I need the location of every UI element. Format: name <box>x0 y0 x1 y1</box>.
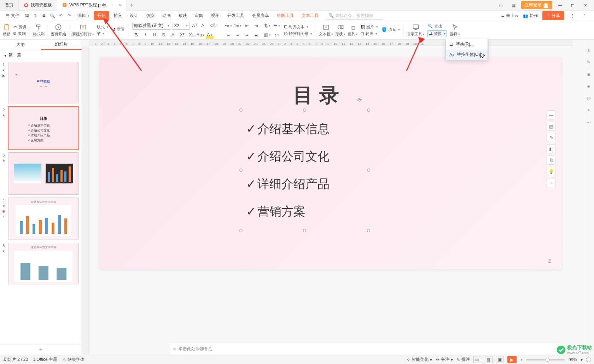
reset-button[interactable]: ↺重置 <box>112 27 125 32</box>
rotate-handle-icon[interactable]: ⟳ <box>357 97 368 103</box>
menu-draw-tools[interactable]: 绘图工具 <box>273 11 297 20</box>
rail-anim-icon[interactable]: ✧ <box>585 107 592 114</box>
paste-button[interactable]: 粘贴 <box>2 24 11 37</box>
menu-design[interactable]: 设计 <box>126 11 142 20</box>
ft-copy-icon[interactable]: ⧉ <box>547 155 556 165</box>
decrease-font-icon[interactable]: A⁻ <box>200 22 208 30</box>
indent-dec-button[interactable]: ⇤ <box>243 22 251 30</box>
para-spacing-button[interactable]: ↕▾ <box>273 31 280 39</box>
qa-save-icon[interactable]: 🖫 <box>24 13 30 19</box>
ft-idea-icon[interactable]: 💡 <box>547 167 556 176</box>
increase-font-icon[interactable]: A⁺ <box>191 22 199 30</box>
picture-button[interactable]: 🖼图片▾ <box>361 24 378 30</box>
rail-template-icon[interactable]: ▣ <box>585 71 592 78</box>
zoom-slider[interactable] <box>526 359 565 360</box>
zoom-dropdown-icon[interactable]: ▾ <box>581 357 583 362</box>
italic-button[interactable]: I <box>141 31 149 39</box>
view-sorter-icon[interactable]: ▦ <box>485 357 493 363</box>
status-beautify[interactable]: ✧智能美化 ▾ <box>407 357 432 363</box>
window-restore-icon[interactable]: ◻ <box>568 2 578 9</box>
clear-format-icon[interactable]: ⌫ <box>209 22 217 30</box>
change-case-button[interactable]: Aa▾ <box>197 31 204 39</box>
fill-button[interactable]: 🪣填充▾ <box>382 27 400 32</box>
thumbnail-5[interactable]: 这是具体的文字内容 <box>8 243 78 285</box>
underline-button[interactable]: U <box>151 31 158 39</box>
side-tab-outline[interactable]: 大纲 <box>0 40 41 50</box>
menu-text-tools[interactable]: 文本工具 <box>298 11 322 20</box>
align-justify-button[interactable]: ≣ <box>252 31 260 39</box>
ft-collapse-icon[interactable]: — <box>547 110 556 119</box>
select-button[interactable]: 选择▾ <box>449 24 461 37</box>
ft-more-icon[interactable]: ⋯ <box>547 178 556 187</box>
cut-button[interactable]: ✂剪切 <box>13 24 26 30</box>
format-painter-button[interactable]: 格式刷 <box>32 24 45 37</box>
from-current-button[interactable]: 当页开始 <box>50 24 67 37</box>
play-slideshow-button[interactable]: ▶ <box>507 356 517 363</box>
thumbnail-4[interactable]: 这是具体的文字内容 <box>8 198 78 240</box>
font-name-select[interactable]: 微软雅黑 (正文)▾ <box>132 22 171 30</box>
bold-button[interactable]: B <box>132 31 140 39</box>
bullets-button[interactable]: •≡▾ <box>225 22 232 30</box>
panel-icon[interactable]: ▭ <box>496 2 506 9</box>
qa-preview-icon[interactable]: 🔍 <box>49 13 56 19</box>
text-direction-button[interactable]: ⇅▾ <box>263 22 271 30</box>
window-close-icon[interactable]: ✕ <box>581 2 590 9</box>
status-comments[interactable]: ✎ 批注 <box>456 357 470 363</box>
notes-collapse-icon[interactable]: ≡ <box>173 347 176 352</box>
rail-ai-icon[interactable]: ◎ <box>585 95 592 102</box>
ft-crop-icon[interactable]: ◧ <box>547 144 556 153</box>
align-center-button[interactable]: ≡ <box>234 31 241 39</box>
qa-redo-icon[interactable]: ↷ <box>66 13 72 19</box>
cloud-status[interactable]: ☁未上云 <box>500 13 519 19</box>
thumbnail-1[interactable]: ◂ PPT教程 — · — <box>8 62 78 104</box>
new-slide-button[interactable]: 新建幻灯片▾ <box>71 24 95 37</box>
view-normal-icon[interactable]: ▭ <box>473 357 481 363</box>
superscript-button[interactable]: X² <box>178 31 186 39</box>
dropdown-replace[interactable]: ⇄ 替换(R)... <box>446 39 488 49</box>
tab-close-icon[interactable]: × <box>118 2 121 8</box>
copy-button[interactable]: ⧉复制 <box>13 31 26 36</box>
play-dropdown-icon[interactable]: ▾ <box>521 358 523 362</box>
font-color-button[interactable]: A <box>169 31 177 39</box>
coop-button[interactable]: 👥协作 <box>523 13 538 19</box>
menu-view[interactable]: 视图 <box>208 11 223 20</box>
menu-review[interactable]: 审阅 <box>191 11 207 20</box>
menu-member[interactable]: 会员专享 <box>249 11 273 20</box>
side-tab-slides[interactable]: 幻灯片 <box>41 40 82 50</box>
rail-more-icon[interactable]: ⋯ <box>585 119 592 126</box>
smartart-button[interactable]: ⬡转智能图形▾ <box>284 31 312 36</box>
layout-button[interactable]: 版式▾ <box>97 24 109 30</box>
fit-window-icon[interactable]: ⛶ <box>586 357 590 362</box>
menu-slideshow[interactable]: 放映 <box>175 11 191 20</box>
align-right-button[interactable]: ≡ <box>243 31 251 39</box>
align-left-button[interactable]: ≡ <box>225 31 232 39</box>
chapter-header[interactable]: ▾第一章 <box>0 50 82 60</box>
qa-saveas-icon[interactable]: 🗎 <box>32 13 39 19</box>
menu-more-icon[interactable]: ⋮ <box>569 13 576 19</box>
rail-design-icon[interactable]: ✎ <box>585 59 592 66</box>
notes-bar[interactable]: ≡ 单击此处添加备注 <box>170 343 561 355</box>
qa-print-icon[interactable]: 🖶 <box>41 13 47 19</box>
tab-templates[interactable]: 找稻壳模板 <box>19 0 57 10</box>
status-notes[interactable]: ☲ 备注 ▾ <box>436 357 453 363</box>
shape-button[interactable]: 形状▾ <box>334 24 346 37</box>
tab-add-button[interactable]: + <box>126 0 137 10</box>
columns-button[interactable]: ▥▾ <box>263 31 271 39</box>
rail-tools-icon[interactable]: ◫ <box>585 47 592 54</box>
align-text-button[interactable]: ⊟对齐文本▾ <box>284 24 312 30</box>
qa-undo-icon[interactable]: ↶ <box>58 13 64 19</box>
tab-file[interactable]: P WPS PPT教程.pptx ◦ × <box>57 0 126 11</box>
add-slide-button[interactable]: + <box>0 344 82 355</box>
rail-material-icon[interactable]: ◈ <box>585 83 592 90</box>
share-button[interactable]: ⇪分享 <box>542 11 564 20</box>
thumbnail-3[interactable] <box>8 152 78 195</box>
status-missing-font[interactable]: ⚠缺失字体 <box>62 357 85 363</box>
view-reading-icon[interactable]: ▣ <box>496 357 504 363</box>
menu-insert[interactable]: 插入 <box>110 11 126 20</box>
indent-inc-button[interactable]: ⇥ <box>252 22 260 30</box>
ft-pen-icon[interactable]: ✎ <box>547 133 556 142</box>
file-menu[interactable]: ☰ 文件 <box>3 13 22 19</box>
ft-layers-icon[interactable]: ▤ <box>547 122 556 131</box>
command-search[interactable]: 🔍 查找命令、搜索模板 <box>326 12 383 20</box>
grid-icon[interactable]: ▦ <box>508 2 518 9</box>
